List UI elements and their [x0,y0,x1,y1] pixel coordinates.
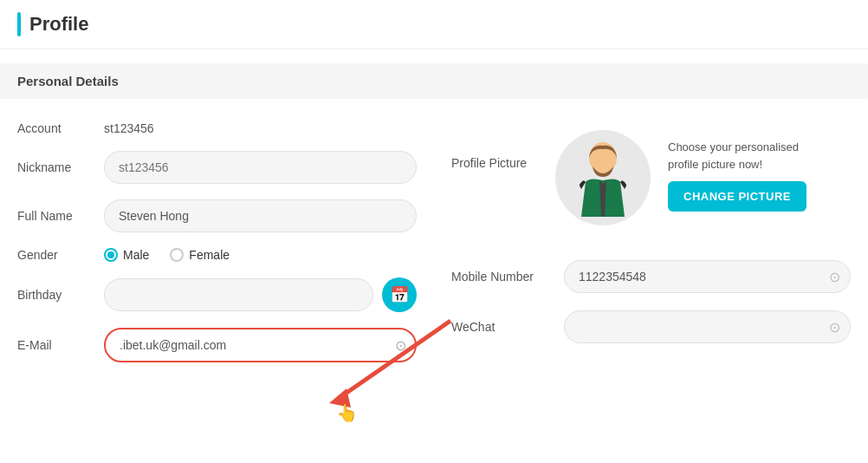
section-label: Personal Details [17,74,119,88]
email-toggle-icon[interactable]: ⊙ [395,337,406,354]
birthday-input[interactable] [104,278,373,311]
account-label: Account [17,121,104,135]
email-label: E-Mail [17,338,104,352]
calendar-icon: 📅 [390,285,409,304]
profile-pic-actions: Choose your personalised profile picture… [668,130,806,212]
page-header: Profile [0,0,868,49]
wechat-row: WeChat ⊙ [451,310,851,343]
nickname-input[interactable] [104,151,417,184]
account-row: Account st123456 [17,121,417,135]
header-accent [17,12,21,36]
profile-picture-section: Profile Picture [451,121,851,234]
form-left: Account st123456 Nickname Full Name Gend… [17,121,417,378]
gender-female-label: Female [189,248,230,262]
right-fields: Mobile Number ⊙ WeChat ⊙ [451,260,851,343]
wechat-input-wrap: ⊙ [564,310,851,343]
wechat-toggle-icon[interactable]: ⊙ [829,319,840,336]
mobile-label: Mobile Number [451,270,555,284]
profile-picture-label: Profile Picture [451,156,538,170]
fullname-input[interactable] [104,199,417,232]
mobile-toggle-icon[interactable]: ⊙ [829,269,840,285]
wechat-label: WeChat [451,320,555,334]
wechat-input[interactable] [564,310,851,343]
avatar-svg [568,139,638,217]
page-title: Profile [29,13,88,36]
avatar-circle [555,130,651,225]
profile-pic-info: Choose your personalised profile picture… [668,139,806,173]
fullname-row: Full Name [17,199,417,232]
form-right: Profile Picture [451,121,851,378]
birthday-row: Birthday 📅 [17,277,417,312]
nickname-row: Nickname [17,151,417,184]
calendar-button[interactable]: 📅 [382,277,417,312]
form-container: Account st123456 Nickname Full Name Gend… [0,113,868,395]
gender-male-label: Male [123,248,149,262]
female-radio[interactable] [170,248,184,262]
email-input[interactable] [104,328,417,362]
change-picture-button[interactable]: CHANGE PICTURE [668,181,806,212]
account-value: st123456 [104,121,154,135]
gender-female-option[interactable]: Female [170,248,230,262]
birthday-wrap: 📅 [104,277,417,312]
gender-row: Gender Male Female [17,248,417,262]
nickname-label: Nickname [17,160,104,174]
mobile-row: Mobile Number ⊙ [451,260,851,293]
gender-label: Gender [17,248,104,262]
gender-male-option[interactable]: Male [104,248,149,262]
email-input-wrap: ⊙ [104,328,417,362]
birthday-label: Birthday [17,288,104,302]
male-radio[interactable] [104,248,118,262]
section-header: Personal Details [0,63,868,99]
mobile-input[interactable] [564,260,851,293]
mobile-input-wrap: ⊙ [564,260,851,293]
gender-options: Male Female [104,248,230,262]
fullname-label: Full Name [17,209,104,223]
email-row: E-Mail ⊙ [17,328,417,362]
